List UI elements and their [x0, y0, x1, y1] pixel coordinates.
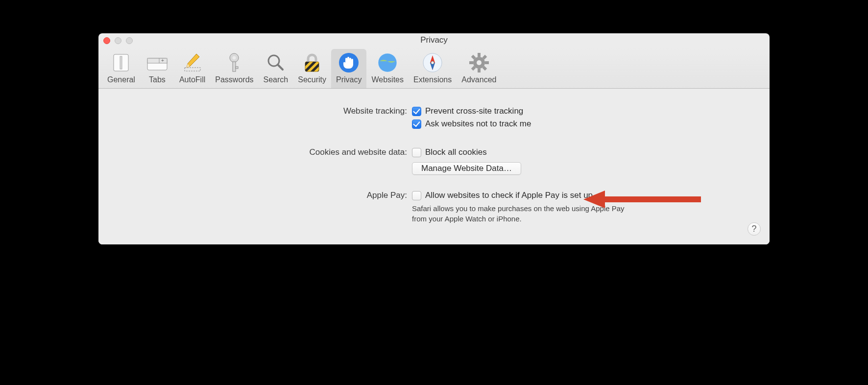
svg-rect-11 — [233, 62, 236, 72]
tab-label: Passwords — [215, 75, 253, 84]
tab-websites[interactable]: Websites — [366, 49, 409, 88]
help-button[interactable]: ? — [747, 222, 761, 236]
svg-rect-6 — [185, 68, 200, 71]
search-icon — [265, 52, 287, 73]
tab-security[interactable]: Security — [293, 49, 331, 88]
tab-autofill[interactable]: AutoFill — [174, 49, 210, 88]
hand-icon — [338, 52, 360, 73]
prevent-cross-site-tracking-text: Prevent cross-site tracking — [425, 106, 523, 116]
svg-rect-27 — [478, 69, 481, 72]
tab-label: Privacy — [336, 75, 362, 84]
svg-rect-28 — [469, 61, 473, 64]
tabs-icon: + — [146, 52, 168, 73]
website-tracking-label: Website tracking: — [118, 106, 412, 116]
gear-icon — [468, 52, 490, 73]
svg-rect-12 — [236, 67, 238, 69]
pencil-icon — [182, 52, 203, 73]
prevent-cross-site-tracking-checkbox[interactable] — [412, 107, 421, 116]
globe-icon — [377, 52, 398, 73]
tab-privacy[interactable]: Privacy — [331, 49, 366, 88]
window-title: Privacy — [98, 35, 770, 45]
apple-pay-label: Apple Pay: — [118, 191, 412, 200]
tab-label: Websites — [371, 75, 404, 84]
tab-passwords[interactable]: Passwords — [210, 49, 258, 88]
svg-point-10 — [233, 56, 236, 60]
svg-point-34 — [477, 60, 482, 65]
svg-rect-26 — [478, 53, 481, 57]
svg-rect-3 — [147, 58, 167, 63]
switch-icon — [110, 52, 132, 73]
tab-search[interactable]: Search — [259, 49, 293, 88]
tab-advanced[interactable]: Advanced — [457, 49, 501, 88]
apple-pay-checkbox[interactable] — [412, 191, 421, 200]
do-not-track-checkbox[interactable] — [412, 120, 421, 129]
tab-extensions[interactable]: Extensions — [409, 49, 457, 88]
lock-icon — [301, 52, 323, 73]
tab-label: General — [107, 75, 135, 84]
manage-website-data-button[interactable]: Manage Website Data… — [412, 162, 521, 175]
key-icon — [223, 52, 245, 73]
svg-rect-29 — [485, 61, 489, 64]
svg-text:+: + — [161, 58, 164, 63]
svg-point-24 — [431, 61, 434, 64]
close-window-button[interactable] — [103, 37, 110, 44]
tab-label: Extensions — [413, 75, 452, 84]
window-controls — [103, 37, 133, 44]
svg-rect-1 — [120, 56, 122, 69]
zoom-window-button[interactable] — [126, 37, 133, 44]
apple-pay-description: Safari allows you to make purchases on t… — [412, 203, 627, 224]
tab-label: Search — [264, 75, 289, 84]
tab-label: Advanced — [461, 75, 496, 84]
tab-label: Tabs — [149, 75, 166, 84]
preferences-toolbar: General + Tabs AutoFill — [98, 47, 770, 89]
tab-label: AutoFill — [179, 75, 205, 84]
titlebar: Privacy — [98, 33, 770, 47]
svg-line-14 — [278, 65, 283, 70]
cookies-label: Cookies and website data: — [118, 147, 412, 157]
tab-tabs[interactable]: + Tabs — [140, 49, 174, 88]
do-not-track-text: Ask websites not to track me — [425, 119, 531, 129]
compass-icon — [422, 52, 443, 73]
apple-pay-text: Allow websites to check if Apple Pay is … — [425, 191, 593, 200]
tab-label: Security — [298, 75, 326, 84]
minimize-window-button[interactable] — [115, 37, 121, 44]
privacy-pane: Website tracking: Prevent cross-site tra… — [98, 89, 770, 244]
block-all-cookies-checkbox[interactable] — [412, 148, 421, 157]
tab-general[interactable]: General — [102, 49, 140, 88]
preferences-window: Privacy General + Tabs — [98, 33, 770, 244]
block-all-cookies-text: Block all cookies — [425, 147, 487, 157]
svg-rect-16 — [305, 62, 319, 72]
